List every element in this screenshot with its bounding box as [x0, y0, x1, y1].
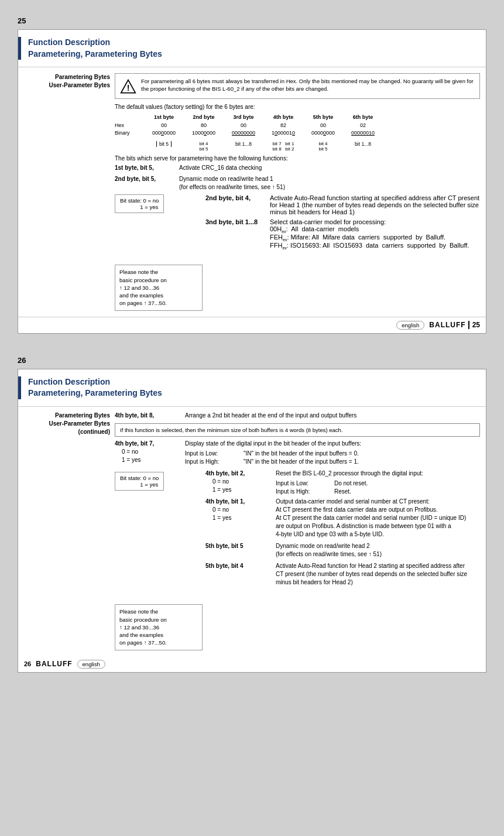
blue-accent-26	[18, 376, 21, 399]
func-label-1: 2nd byte, bit 5,	[115, 175, 179, 191]
col-4th-byte: 4th byte	[263, 114, 303, 122]
func-row-26-0: 4th byte, bit 8, Arrange a 2nd bit heade…	[115, 412, 480, 420]
bit-col-2: bit 4bit 5	[184, 141, 224, 152]
functions-intro-25: The bits which serve for parametering ha…	[115, 155, 480, 162]
note-box-26: Please note thebasic procedure on↑ 12 an…	[115, 604, 203, 650]
binary-label: Binary	[115, 129, 144, 138]
func-desc-3: Select data-carrier model for processing…	[270, 218, 469, 251]
func-label-2: 2nd byte, bit 4,	[205, 194, 270, 215]
page-26-section: Function Description Parametering, Param…	[18, 369, 486, 673]
main-body-25: Parametering Bytes User-Parameter Bytes …	[18, 67, 486, 259]
func-label-26-1: 4th byte, bit 7, 0 = no 1 = yes	[115, 440, 185, 466]
lang-badge-25[interactable]: english	[396, 321, 424, 330]
hex-row: Hex 00 80 00 82 00 02	[115, 122, 480, 130]
footer-25: english BALLUFF 25	[18, 317, 486, 333]
footer-26: 26 BALLUFF english	[18, 656, 486, 672]
func-desc-26-5: Activate Auto-Read function for Head 2 s…	[276, 562, 467, 587]
func-label-26-2: 4th byte, bit 2, 0 = no 1 = yes	[205, 470, 276, 496]
bit-col-4: bit 7 bit 1bit 8 bit 2	[263, 141, 303, 152]
func-row-1: 2nd byte, bit 5, Dynamic mode on read/wr…	[115, 175, 480, 191]
section-title-25-line2: Parametering, Parametering Bytes	[28, 49, 162, 60]
right-col-25: ! For parametering all 6 bytes must alwa…	[115, 73, 480, 253]
func-desc-0: Activate CRC_16 data checking	[179, 164, 480, 172]
left-label-25: Parametering Bytes User-Parameter Bytes	[24, 73, 110, 90]
sub-desc-2a: Do not reset.	[334, 479, 368, 488]
col-6th-byte: 6th byte	[343, 114, 383, 122]
bit-state-func-26: Bit state: 0 = no 1 = yes 4th byte, bit …	[115, 470, 480, 590]
bit-state-col-26: Bit state: 0 = no 1 = yes	[115, 470, 205, 494]
col-2nd-byte: 2nd byte	[184, 114, 224, 122]
binary-row: Binary 00000000 10000000 00000000 100000…	[115, 129, 480, 138]
sub-desc-1a: "IN" in the bit header of the input buff…	[244, 450, 359, 458]
sub-desc-1b: "IN" in the bit header of the input buff…	[244, 458, 359, 466]
bit-col-3: bit 1...8	[224, 141, 263, 152]
left-col-26: Parametering Bytes User-Parameter Bytes …	[24, 412, 115, 594]
bit-diagram-row: bit 5 bit 4bit 5 bit 1...8 bit 7 bit 1bi…	[115, 141, 480, 152]
func-row-26-3: 4th byte, bit 1, 0 = no 1 = yes Output d…	[205, 498, 480, 539]
warning-icon-25: !	[120, 78, 136, 95]
header-bar-26: Function Description Parametering, Param…	[18, 369, 486, 407]
balluff-logo-area-25: BALLUFF 25	[429, 321, 480, 329]
warning-box-25: ! For parametering all 6 bytes must alwa…	[115, 73, 480, 99]
func-label-26-4: 5th byte, bit 5	[205, 542, 276, 559]
func-label-3: 3nd byte, bit 1...8	[205, 218, 270, 251]
func-label-26-0: 4th byte, bit 8,	[115, 412, 185, 420]
sub-label-2b: Input is High:	[276, 488, 334, 496]
col-empty	[115, 114, 144, 122]
bytes-header-row: 1st byte 2nd byte 3rd byte 4th byte 5th …	[115, 114, 480, 122]
bit-state-col-25: Bit state: 0 = no 1 = yes	[115, 194, 205, 217]
page-25-section: Function Description Parametering, Param…	[18, 29, 486, 334]
right-col-26: 4th byte, bit 8, Arrange a 2nd bit heade…	[115, 412, 480, 594]
hex-label: Hex	[115, 122, 144, 130]
bit-state-func-row-2: Bit state: 0 = no 1 = yes 2nd byte, bit …	[115, 194, 480, 251]
left-col-25: Parametering Bytes User-Parameter Bytes	[24, 73, 115, 253]
blue-accent-25	[18, 37, 21, 60]
page-num-footer-25: 25	[468, 321, 480, 329]
func-desc-1: Dynamic mode on read/write head 1(for ef…	[179, 175, 480, 191]
section-title-25-line1: Function Description	[28, 37, 162, 49]
func-row-26-4: 5th byte, bit 5 Dynamic mode on read/wri…	[205, 542, 480, 559]
func-desc-26-0: Arrange a 2nd bit header at the end of t…	[185, 412, 480, 420]
note-area-26: Please note thebasic procedure on↑ 12 an…	[18, 598, 486, 656]
note-area-25: Please note thebasic procedure on↑ 12 an…	[18, 259, 486, 316]
func-row-26-2-content: 4th byte, bit 2, 0 = no 1 = yes Reset th…	[205, 470, 480, 590]
note-box-25: Please note thebasic procedure on↑ 12 an…	[115, 265, 203, 310]
sub-label-2a: Input is Low:	[276, 479, 334, 488]
left-label-26: Parametering Bytes User-Parameter Bytes …	[24, 412, 110, 436]
bit-col-1: bit 5	[144, 141, 184, 152]
func-desc-2: Activate Auto-Read function starting at …	[270, 194, 479, 215]
func-label-0: 1st byte, bit 5,	[115, 164, 179, 172]
note-spacer-25	[24, 259, 115, 310]
col-5th-byte: 5th byte	[303, 114, 343, 122]
func-desc-26-3: Output data-carrier model and serial num…	[276, 498, 466, 539]
info-box-26-0: If this function is selected, then the m…	[115, 423, 480, 437]
bit-state-box-25: Bit state: 0 = no 1 = yes	[115, 194, 164, 213]
page-num-footer-26: 26	[24, 660, 31, 667]
note-spacer-26	[24, 598, 115, 650]
page-number-26: 26	[18, 356, 26, 365]
bit-col-6: bit 1...8	[343, 141, 383, 152]
section-title-26-line1: Function Description	[28, 376, 162, 388]
lang-badge-26[interactable]: english	[77, 660, 105, 669]
func-label-26-5: 5th byte, bit 4	[205, 562, 276, 587]
col-1st-byte: 1st byte	[144, 114, 184, 122]
header-bar-25: Function Description Parametering, Param…	[18, 30, 486, 67]
section-title-26-line2: Parametering, Parametering Bytes	[28, 388, 162, 399]
func-desc-26-4: Dynamic mode on read/write head 2(for ef…	[276, 542, 382, 559]
bytes-table-25: 1st byte 2nd byte 3rd byte 4th byte 5th …	[115, 114, 480, 138]
func-row-0: 1st byte, bit 5, Activate CRC_16 data ch…	[115, 164, 480, 172]
func-desc-26-1: Display state of the digital input in th…	[185, 440, 480, 466]
warning-text-25: For parametering all 6 bytes must always…	[141, 77, 475, 93]
bit-col-5: bit 4bit 5	[303, 141, 343, 152]
func-row-26-5: 5th byte, bit 4 Activate Auto-Read funct…	[205, 562, 480, 587]
svg-text:!: !	[127, 83, 130, 92]
sub-desc-2b: Reset.	[334, 488, 351, 496]
func-row-26-1: 4th byte, bit 7, 0 = no 1 = yes Display …	[115, 440, 480, 466]
sub-label-1b: Input is High:	[185, 458, 244, 466]
default-values-text-25: The default values (factory setting) for…	[115, 104, 480, 110]
func-row-2-content: 2nd byte, bit 4, Activate Auto-Read func…	[205, 194, 480, 251]
func-row-26-2: 4th byte, bit 2, 0 = no 1 = yes Reset th…	[205, 470, 480, 496]
col-3rd-byte: 3rd byte	[224, 114, 263, 122]
balluff-name-26: BALLUFF	[36, 660, 72, 668]
sub-label-1a: Input is Low:	[185, 450, 244, 458]
